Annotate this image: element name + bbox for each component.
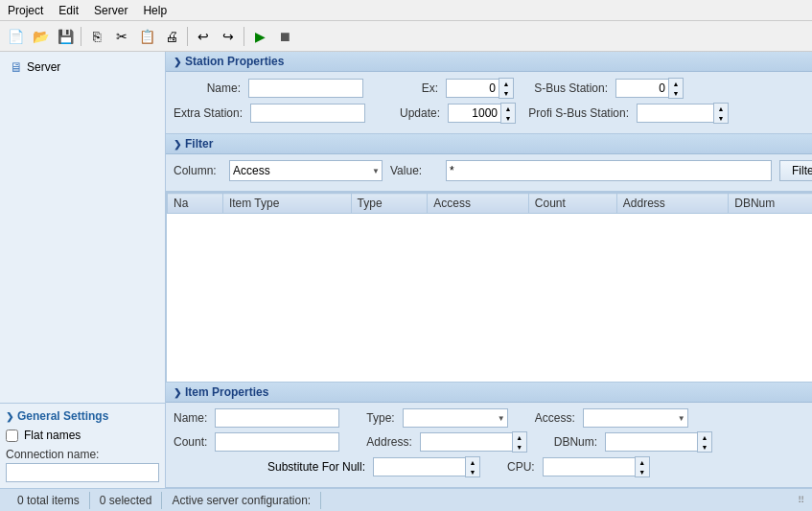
ip-address-down-btn[interactable]: ▼ [513,442,526,452]
toolbar: 📄 📂 💾 ⎘ ✂ 📋 🖨 ↩ ↪ ▶ ⏹ [0,21,812,52]
redo-button[interactable]: ↪ [217,25,240,48]
undo-button[interactable]: ↩ [192,25,215,48]
item-properties-title: Item Properties [185,385,268,399]
filter-button[interactable]: Filter [779,160,812,181]
data-table: Na Item Type Type Access Count Address D… [167,193,812,214]
s-bus-spinner: ▲ ▼ [615,78,684,99]
ip-substitute-input[interactable] [373,457,465,476]
s-bus-up-btn[interactable]: ▲ [669,79,683,88]
ip-name-input[interactable] [215,408,339,428]
profi-s-bus-up-btn[interactable]: ▲ [714,104,728,113]
col-type[interactable]: Type [351,194,428,214]
menu-help[interactable]: Help [135,2,174,19]
grid-area: Na Item Type Type Access Count Address D… [166,192,812,383]
connection-name-label: Connection name: [6,448,159,461]
ip-substitute-down-btn[interactable]: ▼ [466,467,479,476]
toolbar-sep-2 [187,27,188,46]
cut-button[interactable]: ✂ [110,25,133,48]
toolbar-sep-1 [81,27,81,46]
station-properties-panel: ❯ Station Properties Name: Ex: ▲ ▼ S-Bu [166,52,812,134]
name-input[interactable] [248,79,363,98]
update-spinner-btns: ▲ ▼ [500,103,516,124]
ip-dbnum-spinner: ▲ ▼ [605,431,712,453]
toolbar-sep-3 [244,27,244,46]
col-item-type[interactable]: Item Type [222,194,351,214]
filter-row: Column: Access Name Item Type Type Count… [174,160,812,181]
ip-dbnum-input[interactable] [605,432,697,452]
ip-cpu-down-btn[interactable]: ▼ [636,467,649,476]
print-button[interactable]: 🖨 [160,25,183,48]
ex-down-btn[interactable]: ▼ [499,88,513,98]
save-button[interactable]: 💾 [54,25,77,48]
profi-s-bus-spinner-btns: ▲ ▼ [713,103,729,124]
ip-access-select-wrap [583,408,688,428]
menu-server[interactable]: Server [86,2,135,19]
col-count[interactable]: Count [528,194,616,214]
server-label: Server [27,60,60,74]
data-table-container[interactable]: Na Item Type Type Access Count Address D… [166,192,812,383]
station-properties-header: ❯ Station Properties [166,52,812,72]
ip-cpu-input[interactable] [543,457,635,476]
ip-dbnum-up-btn[interactable]: ▲ [698,432,711,442]
ex-input[interactable] [446,79,499,98]
item-properties-content: Name: Type: Access: Count: Address: [166,403,812,487]
s-bus-down-btn[interactable]: ▼ [669,88,683,98]
ip-substitute-spinner-btns: ▲ ▼ [465,456,480,477]
profi-s-bus-input[interactable] [637,104,713,123]
filter-panel: ❯ Filter Column: Access Name Item Type T… [166,134,812,192]
open-button[interactable]: 📂 [29,25,52,48]
ex-up-btn[interactable]: ▲ [499,79,513,88]
ip-substitute-spinner: ▲ ▼ [373,456,480,477]
menu-edit[interactable]: Edit [51,2,86,19]
extra-station-label: Extra Station: [174,106,243,120]
menu-project[interactable]: Project [0,2,51,19]
station-properties-content: Name: Ex: ▲ ▼ S-Bus Station: [166,72,812,133]
ip-substitute-up-btn[interactable]: ▲ [466,457,479,467]
copy-button[interactable]: ⎘ [85,25,108,48]
flat-names-checkbox[interactable] [6,430,18,442]
menubar: Project Edit Server Help [0,0,812,21]
ip-cpu-spinner: ▲ ▼ [543,456,650,477]
col-dbnum[interactable]: DBNum [729,194,812,214]
col-na[interactable]: Na [168,194,223,214]
station-properties-title: Station Properties [185,55,284,68]
tree-area: 🖥 Server [0,52,165,403]
ip-row-1: Name: Type: Access: [174,408,812,428]
column-select[interactable]: Access Name Item Type Type Count Address… [229,160,383,181]
total-items-status: 0 total items [8,492,90,509]
ip-row-2: Count: Address: ▲ ▼ DBNum: ▲ [174,431,812,453]
update-up-btn[interactable]: ▲ [501,104,515,113]
item-properties-panel: ❯ Item Properties Name: Type: Access: [166,383,812,488]
ip-address-input[interactable] [420,432,512,452]
ip-dbnum-down-btn[interactable]: ▼ [698,442,711,452]
ip-access-select[interactable] [583,408,688,428]
flat-names-label: Flat names [24,429,81,442]
tree-node-server[interactable]: 🖥 Server [6,58,159,77]
update-input[interactable] [448,104,500,123]
update-label: Update: [373,106,440,120]
station-row-2: Extra Station: Update: ▲ ▼ Profi S-Bus S… [174,103,812,124]
ip-type-select[interactable] [403,408,508,428]
paste-button[interactable]: 📋 [135,25,158,48]
chevron-icon: ❯ [6,411,13,422]
station-row-1: Name: Ex: ▲ ▼ S-Bus Station: [174,78,812,99]
ip-cpu-up-btn[interactable]: ▲ [636,457,649,467]
new-button[interactable]: 📄 [4,25,27,48]
ip-count-input[interactable] [215,432,339,452]
profi-s-bus-down-btn[interactable]: ▼ [714,113,728,123]
stop-button[interactable]: ⏹ [273,25,296,48]
s-bus-input[interactable] [615,79,668,98]
update-down-btn[interactable]: ▼ [501,113,515,123]
ip-address-up-btn[interactable]: ▲ [513,432,526,442]
ip-type-select-wrap [403,408,508,428]
ip-address-spinner-btns: ▲ ▼ [512,431,527,453]
ip-name-label: Name: [174,411,207,425]
run-button[interactable]: ▶ [248,25,271,48]
connection-name-input[interactable] [6,463,159,482]
extra-station-input[interactable] [250,104,365,123]
ex-spinner-btns: ▲ ▼ [499,78,514,99]
col-access[interactable]: Access [428,194,529,214]
col-address[interactable]: Address [616,194,728,214]
filter-value-input[interactable] [446,160,772,181]
table-header-row: Na Item Type Type Access Count Address D… [168,194,813,214]
